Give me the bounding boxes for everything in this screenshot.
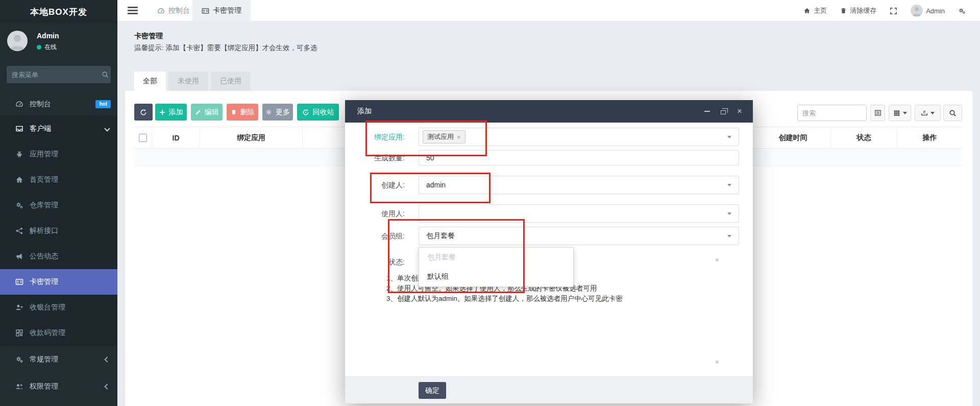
sidebar-search-input[interactable] (12, 71, 102, 79)
gear-icon (958, 7, 966, 15)
qrcode-icon (14, 329, 24, 337)
note-line: 3、创建人默认为admin。如果选择了创建人，那么被选者用户中心可见此卡密 (386, 294, 623, 303)
home-icon (803, 7, 811, 14)
recycle-bin-button[interactable]: 回收站 (297, 104, 339, 121)
caret-down-icon (930, 112, 935, 116)
caret-down-icon (727, 184, 731, 188)
sidebar-item-permission-management[interactable]: 权限管理 (0, 373, 117, 400)
select-all-cell (134, 127, 152, 149)
user-label: 使用人: (344, 209, 405, 219)
remove-tag-icon[interactable]: × (457, 133, 461, 141)
user-name: Admin (37, 32, 59, 40)
caret-down-icon (903, 112, 907, 116)
clear-cache-link[interactable]: 清除缓存 (840, 6, 876, 15)
dialog-title: 添加 (357, 107, 372, 116)
dialog-header[interactable]: 添加 × (345, 100, 753, 123)
creator-label: 创建人: (344, 181, 405, 190)
columns-button[interactable] (889, 105, 911, 121)
home-icon (14, 176, 24, 184)
col-create-time[interactable]: 创建时间 (755, 127, 831, 149)
confirm-button[interactable]: 确定 (419, 382, 446, 399)
group-select[interactable]: 包月套餐 × (419, 227, 739, 245)
home-link[interactable]: 主页 (803, 6, 827, 15)
close-icon[interactable]: × (736, 107, 744, 115)
sidebar-item-general-management[interactable]: 常规管理 (0, 346, 117, 373)
tab-dashboard[interactable]: 控制台 (148, 0, 199, 21)
dropdown-option[interactable]: 默认组 (419, 267, 573, 286)
dropdown-option[interactable]: 包月套餐 (419, 248, 573, 267)
menu-icon[interactable] (128, 7, 138, 15)
sidebar-item-client[interactable]: 客户端 (0, 116, 117, 141)
table-search-input[interactable] (797, 105, 867, 121)
col-operate[interactable]: 操作 (897, 127, 962, 149)
hot-badge: hot (95, 100, 111, 108)
online-dot-icon (37, 45, 41, 50)
add-button[interactable]: 添加 (155, 104, 187, 121)
app-root: 本地BOX开发 Admin 在线 控制台 hot (0, 0, 980, 406)
idcard-icon (202, 7, 209, 15)
sidebar-item-cashier-management[interactable]: 收银台管理 (0, 295, 117, 320)
more-button[interactable]: 更多 (262, 104, 293, 121)
sidebar-item-dashboard[interactable]: 控制台 hot (0, 92, 117, 116)
quantity-field (419, 150, 739, 165)
minimize-button[interactable] (703, 107, 711, 115)
sidebar-item-parse-api[interactable]: 解析接口 (0, 218, 117, 244)
creator-select[interactable]: × (419, 176, 739, 194)
client-icon (14, 125, 24, 133)
bind-app-select[interactable]: 测试应用 × (419, 128, 739, 146)
trash-icon (231, 109, 237, 115)
tab-cardkey-management[interactable]: 卡密管理 (192, 0, 251, 21)
search-icon[interactable] (102, 71, 109, 78)
fullscreen-button[interactable] (890, 7, 897, 15)
export-icon (921, 109, 928, 116)
user-status: 在线 (37, 43, 57, 52)
user-menu[interactable]: Admin (911, 5, 945, 17)
sidebar-item-app-management[interactable]: 应用管理 (0, 141, 117, 167)
gears-icon (14, 355, 24, 364)
quantity-input[interactable] (426, 154, 681, 162)
caret-down-icon (727, 212, 731, 217)
delete-button[interactable]: 删除 (227, 104, 258, 121)
refresh-button[interactable] (134, 104, 153, 121)
columns-icon (893, 109, 900, 116)
sidebar-item-warehouse-management[interactable]: 仓库管理 (0, 193, 117, 218)
bind-app-label: 绑定应用: (344, 133, 405, 142)
search-button[interactable] (943, 105, 962, 121)
status-label: 状态: (344, 258, 405, 267)
sidebar-item-payment-code-management[interactable]: 收款码管理 (0, 320, 117, 346)
detail-view-button[interactable] (870, 105, 885, 121)
col-id[interactable]: ID (152, 127, 200, 149)
clear-icon[interactable]: × (715, 358, 719, 366)
tab-all[interactable]: 全部 (134, 71, 166, 91)
col-status[interactable]: 状态 (831, 127, 897, 149)
sidebar-item-home-management[interactable]: 首页管理 (0, 167, 117, 193)
settings-button[interactable] (958, 7, 966, 15)
col-bind-app[interactable]: 绑定应用 (200, 127, 303, 149)
tab-unused[interactable]: 未使用 (168, 71, 208, 91)
group-label: 会员组: (344, 232, 405, 241)
group-dropdown: 包月套餐 默认组 (419, 247, 574, 287)
sidebar-item-announcements[interactable]: 公告动态 (0, 244, 117, 269)
quantity-label: 生成数量: (344, 154, 405, 163)
edit-button[interactable]: 编辑 (191, 104, 223, 121)
chevron-left-icon (104, 356, 110, 362)
users-icon (14, 383, 24, 391)
creator-input[interactable] (426, 181, 681, 189)
pencil-icon (195, 109, 201, 115)
sidebar-search (7, 66, 111, 83)
trash-icon (840, 7, 847, 14)
sidebar: 本地BOX开发 Admin 在线 控制台 hot (0, 0, 117, 406)
share-icon (14, 227, 24, 235)
clear-icon[interactable]: × (715, 256, 719, 264)
user-select[interactable] (419, 204, 739, 223)
maximize-button[interactable] (719, 107, 727, 115)
tab-used[interactable]: 已使用 (211, 71, 251, 91)
user-avatar (7, 31, 28, 51)
refresh-icon (140, 109, 147, 116)
page-tip: 温馨提示: 添加【卡密】需要【绑定应用】才会生效，可多选 (134, 43, 317, 53)
caret-down-icon (727, 235, 731, 240)
add-dialog: 添加 × 绑定应用: 测试应用 × 生成数量: 创建人: × (345, 100, 753, 403)
sidebar-item-cardkey-management[interactable]: 卡密管理 (0, 269, 117, 295)
export-button[interactable] (915, 105, 941, 121)
select-all-checkbox[interactable] (139, 134, 147, 142)
